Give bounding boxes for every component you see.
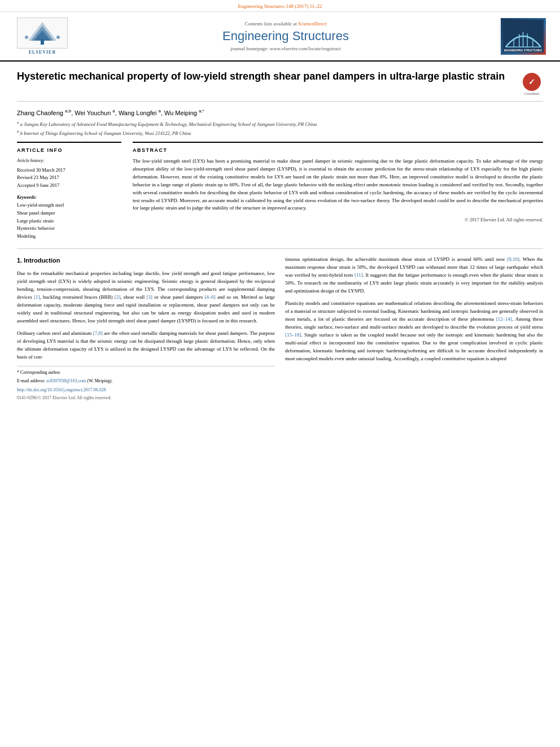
homepage-text: journal homepage: www.elsevier.com/locat…: [230, 46, 340, 51]
intro-para1: Due to the remarkable mechanical propert…: [17, 270, 275, 325]
article-history: Article history: Received 30 March 2017 …: [17, 158, 121, 190]
footnote-email-link[interactable]: zc8307038@163.com: [46, 378, 86, 383]
issn-line: 0141-0296/© 2017 Elsevier Ltd. All right…: [17, 395, 275, 401]
article-title-section: Hysteretic mechanical property of low-yi…: [17, 70, 543, 102]
received-date: Received 30 March 2017: [17, 167, 121, 174]
crossmark-label: CrossMark: [524, 92, 540, 95]
keyword-5: Modeling: [17, 233, 121, 241]
journal-logo-right: ENGINEERING STRUCTURES: [498, 18, 549, 55]
svg-text:ENGINEERING STRUCTURES: ENGINEERING STRUCTURES: [504, 49, 542, 52]
svg-point-5: [56, 36, 60, 39]
article-info-abstract: ARTICLE INFO Article history: Received 3…: [17, 142, 543, 241]
history-label: Article history:: [17, 158, 121, 165]
footnote-email-line: E-mail address: zc8307038@163.com (W. Me…: [17, 378, 275, 385]
right-para1: tinuous optimization design, the achieva…: [285, 256, 543, 295]
journal-header: ELSEVIER Contents lists available at Sci…: [0, 12, 560, 62]
svg-point-4: [25, 36, 28, 39]
section-divider: [17, 248, 543, 249]
journal-center: Contents lists available at ScienceDirec…: [73, 21, 498, 51]
body-two-col: 1. Introduction Due to the remarkable me…: [17, 256, 543, 401]
abstract-copyright: © 2017 Elsevier Ltd. All rights reserved…: [133, 217, 543, 222]
crossmark-symbol: ✓: [528, 77, 535, 87]
affiliations: a a Jiangsu Key Laboratory of Advanced F…: [17, 120, 543, 137]
elsevier-logo-img: [17, 18, 68, 49]
intro-para2: Ordinary carbon steel and aluminum [7,8]…: [17, 330, 275, 361]
footnote-section: * Corresponding author. E-mail address: …: [17, 366, 275, 402]
journal-homepage: journal homepage: www.elsevier.com/locat…: [79, 46, 492, 51]
accepted-date: Accepted 9 June 2017: [17, 182, 121, 190]
revised-date: Revised 23 May 2017: [17, 174, 121, 182]
abstract-heading: ABSTRACT: [133, 147, 543, 153]
elsevier-name: ELSEVIER: [29, 50, 56, 55]
article-info-col: ARTICLE INFO Article history: Received 3…: [17, 142, 121, 241]
journal-ref-bar: Engineering Structures 148 (2017) 11–22: [0, 0, 560, 12]
article-info-heading: ARTICLE INFO: [17, 147, 121, 153]
main-content: Hysteretic mechanical property of low-yi…: [0, 62, 560, 410]
intro-heading: 1. Introduction: [17, 256, 275, 265]
contents-line: Contents lists available at ScienceDirec…: [79, 21, 492, 27]
contents-text: Contents lists available at: [245, 21, 297, 27]
eng-struct-logo-img: ENGINEERING STRUCTURES: [501, 18, 546, 55]
doi-line: http://dx.doi.org/10.1016/j.engstruct.20…: [17, 387, 275, 394]
footnote-corresponding: * Corresponding author.: [17, 369, 275, 376]
keyword-4: Hysteretic behavior: [17, 225, 121, 233]
affil-a: a a Jiangsu Key Laboratory of Advanced F…: [17, 120, 543, 128]
keyword-1: Low-yield-strength steel: [17, 202, 121, 209]
right-para2: Plasticity models and constitutive equat…: [285, 300, 543, 363]
body-left-col: 1. Introduction Due to the remarkable me…: [17, 256, 275, 401]
journal-ref-text: Engineering Structures 148 (2017) 11–22: [238, 3, 322, 9]
abstract-col: ABSTRACT The low-yield strength steel (L…: [133, 142, 543, 241]
doi-link[interactable]: http://dx.doi.org/10.1016/j.engstruct.20…: [17, 387, 106, 392]
elsevier-logo-area: ELSEVIER: [11, 18, 73, 55]
crossmark-circle: ✓: [523, 73, 541, 91]
sciencedirect-link[interactable]: ScienceDirect: [298, 21, 326, 27]
keyword-2: Shear panel damper: [17, 209, 121, 217]
keywords-label: Keywords:: [17, 195, 121, 200]
page: Engineering Structures 148 (2017) 11–22: [0, 0, 560, 747]
keywords-section: Keywords: Low-yield-strength steel Shear…: [17, 195, 121, 240]
abstract-text: The low-yield strength steel (LYS) has b…: [133, 158, 543, 213]
footnote-email-label: E-mail address:: [17, 378, 45, 383]
keyword-3: Large plastic strain: [17, 217, 121, 225]
footnote-email-after: (W. Meiping).: [87, 378, 112, 383]
body-right-col: tinuous optimization design, the achieva…: [285, 256, 543, 401]
elsevier-logo: ELSEVIER: [11, 18, 73, 55]
journal-title-header: Engineering Structures: [79, 29, 492, 43]
article-title: Hysteretic mechanical property of low-yi…: [17, 70, 512, 83]
authors-line: Zhang Chaofeng a,b, Wei Youchun a, Wang …: [17, 108, 543, 116]
crossmark-badge: ✓ CrossMark: [520, 73, 543, 95]
affil-b: b b Internet of Things Engineering Schoo…: [17, 129, 543, 137]
